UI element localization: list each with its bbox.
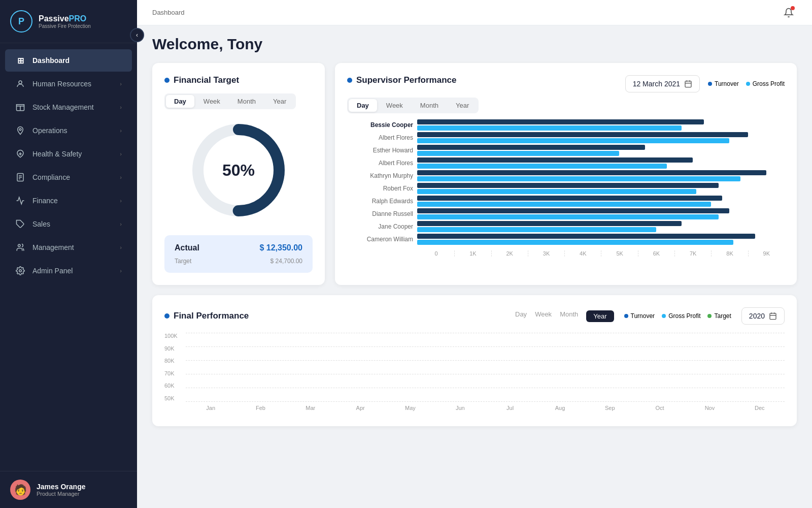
x-label: Feb [235,405,285,411]
hbar-bars-wrap [417,132,785,143]
financial-period-tabs: Day Week Month Year [164,93,296,109]
chevron-right-icon: › [120,198,122,204]
supervisor-title: Supervisor Performance [347,75,479,85]
legend-label-gross-profit: Gross Profit [753,80,785,87]
sidebar-nav: ⊞ Dashboard Human Resources › Stock Mana… [0,43,137,471]
date-picker-button[interactable]: 12 March 2021 [625,75,700,92]
hbar-row: Dianne Russell [347,208,785,219]
sidebar-item-sales[interactable]: Sales › [5,213,132,235]
target-label: Target [175,258,191,265]
final-perf-title-area: Final Performance [164,311,249,321]
x-label: Nov [685,405,734,411]
hbar-bars-wrap [417,183,785,194]
period-tab-week[interactable]: Week [195,95,228,108]
sidebar-item-label: Operations [32,126,113,135]
turnover-bar [417,196,722,201]
operations-icon [15,125,25,136]
final-perf-date-picker[interactable]: 2020 [741,307,785,325]
supervisor-header-right: 12 March 2021 Turnover Gross Profit [625,75,785,92]
x-label: May [385,405,435,411]
hbar-row: Cameron William [347,234,785,245]
sup-period-month[interactable]: Month [412,99,447,112]
hbar-label: Cameron William [347,236,413,243]
sidebar-item-stock-management[interactable]: Stock Management › [5,96,132,118]
fp-tab-day[interactable]: Day [515,310,527,322]
hbar-label: Esther Howard [347,147,413,154]
sidebar-item-label: Health & Safety [32,150,113,158]
hbar-bars-wrap [417,170,785,181]
supervisor-performance-card: Supervisor Performance Day Week Month Ye… [335,63,797,285]
donut-percentage: 50% [222,161,255,180]
fp-legend-label-turnover: Turnover [631,312,655,320]
sidebar-item-human-resources[interactable]: Human Resources › [5,73,132,95]
turnover-bar [417,170,766,175]
sidebar-item-label: Sales [32,220,113,228]
notification-button[interactable] [781,5,797,21]
actual-label: Actual [175,243,199,252]
fp-tab-month[interactable]: Month [560,310,578,322]
target-row: Target $ 24,700.00 [175,256,302,265]
legend-dot-gross-profit [746,82,750,86]
y-tick: 70K [164,370,186,376]
profit-bar [417,189,696,194]
logo-text: PassivePRO Passive Fire Protection [39,14,91,29]
sup-period-week[interactable]: Week [378,99,411,112]
fp-tab-week[interactable]: Week [535,310,552,322]
turnover-bar [417,208,729,213]
user-info: James Orange Product Manager [37,483,86,497]
x-label: Dec [735,405,785,411]
financial-target-title: Financial Target [164,75,313,85]
sidebar-item-label: Stock Management [32,103,113,111]
fp-legend-target: Target [707,312,731,320]
avatar: 🧑 [10,480,30,500]
profit-bar [417,214,719,219]
user-profile-area: 🧑 James Orange Product Manager [0,471,137,508]
supervisor-bar-chart: Bessie CooperAlbert FloresEsther HowardA… [347,119,785,246]
hbar-x-axis: 01K2K3K4K5K6K7K8K9K [418,250,785,257]
sidebar-item-operations[interactable]: Operations › [5,119,132,142]
x-tick: 7K [674,250,711,257]
svg-point-11 [18,244,21,247]
period-tab-year[interactable]: Year [265,95,294,108]
legend-gross-profit: Gross Profit [746,80,785,87]
sup-period-day[interactable]: Day [349,99,377,112]
compliance-icon [15,172,25,182]
fp-tab-year[interactable]: Year [586,310,614,322]
stock-management-icon [15,102,25,112]
topbar: Dashboard [137,0,812,25]
profit-bar [417,176,740,181]
x-label: Apr [335,405,385,411]
hbar-label: Dianne Russell [347,210,413,217]
y-tick: 100K [164,333,186,339]
svg-rect-1 [17,105,24,106]
chevron-right-icon: › [120,81,122,87]
sidebar-collapse-button[interactable]: ‹ [130,28,144,42]
period-tab-day[interactable]: Day [166,95,194,108]
sidebar-item-dashboard[interactable]: ⊞ Dashboard [5,49,132,72]
sidebar-item-finance[interactable]: Finance › [5,189,132,212]
hbar-row: Albert Flores [347,157,785,169]
sup-period-year[interactable]: Year [448,99,477,112]
final-perf-title: Final Performance [174,311,249,321]
final-perf-date-value: 2020 [749,312,765,320]
content-area: Welcome, Tony Financial Target Day Week … [137,25,812,508]
sidebar-item-management[interactable]: Management › [5,236,132,259]
profit-bar [417,138,729,143]
sidebar-item-label: Human Resources [32,80,113,88]
notification-badge [791,6,795,10]
hbar-row: Ralph Edwards [347,196,785,207]
sidebar-item-admin-panel[interactable]: Admin Panel › [5,260,132,282]
user-role: Product Manager [37,491,86,497]
sidebar-item-health-safety[interactable]: Health & Safety › [5,143,132,165]
x-tick: 2K [491,250,528,257]
hbar-row: Albert Flores [347,132,785,143]
svg-point-12 [19,270,22,272]
hbar-label: Albert Flores [347,134,413,141]
profit-bar [417,151,619,156]
period-tab-month[interactable]: Month [229,95,264,108]
sidebar-item-compliance[interactable]: Compliance › [5,166,132,188]
actual-value: $ 12,350.00 [259,243,302,252]
supervisor-period-tabs: Day Week Month Year [347,98,479,113]
svg-point-0 [19,81,22,84]
legend-turnover: Turnover [708,80,739,87]
